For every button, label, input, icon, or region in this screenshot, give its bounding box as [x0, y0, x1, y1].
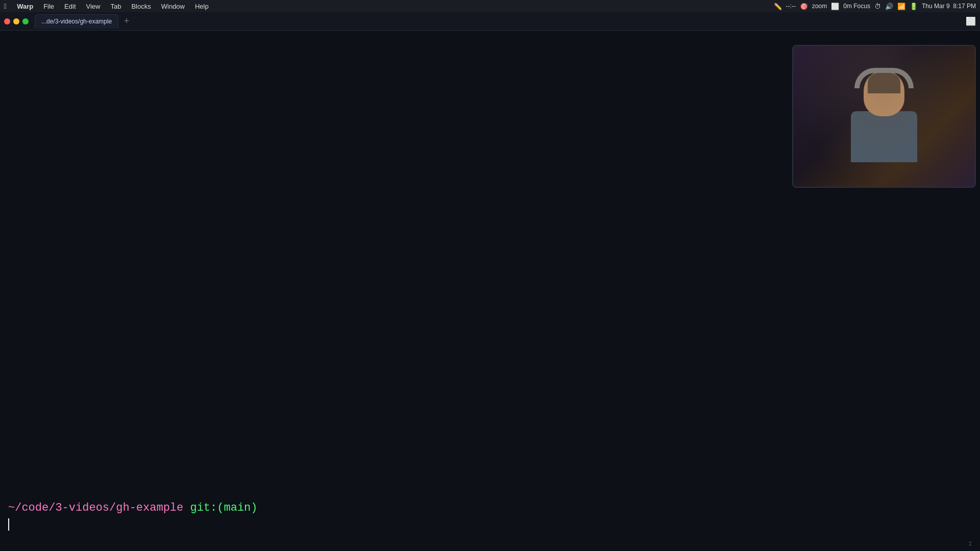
terminal-cursor [8, 518, 9, 531]
webcam-overlay [792, 45, 976, 188]
menu-window[interactable]: Window [159, 3, 187, 10]
window-close-button[interactable] [4, 18, 10, 24]
window-controls [4, 18, 29, 24]
bottom-bar: ⌶ [968, 540, 972, 547]
menu-view[interactable]: View [84, 3, 103, 10]
webcam-feed [793, 46, 975, 187]
menu-edit[interactable]: Edit [62, 3, 78, 10]
zoom-icon: ⬜ [831, 3, 839, 10]
tabbar: ...de/3-videos/gh-example + ⬜ [0, 12, 980, 31]
window-maximize-button[interactable] [22, 18, 29, 24]
prompt-path: ~/code/3-videos/gh-example [8, 502, 183, 514]
status-recording: --:-- [786, 3, 796, 10]
tabbar-right: ⬜ [966, 16, 976, 26]
menu-help[interactable]: Help [193, 3, 211, 10]
tab-add-button[interactable]: + [120, 15, 133, 28]
volume-icon[interactable]: 🔊 [885, 3, 893, 10]
cursor-line[interactable] [8, 518, 972, 531]
menubar:  Warp File Edit View Tab Blocks Window … [0, 0, 980, 12]
terminal-content: ~/code/3-videos/gh-example git:(main) [8, 500, 972, 531]
apple-logo-icon[interactable]:  [4, 2, 7, 10]
focus-icon[interactable]: 🎯 [800, 3, 808, 10]
menubar-left:  Warp File Edit View Tab Blocks Window … [4, 2, 211, 10]
tab-active[interactable]: ...de/3-videos/gh-example [35, 14, 118, 29]
panel-toggle-icon[interactable]: ⬜ [966, 16, 976, 26]
status-datetime: Thu Mar 9 8:17 PM [922, 3, 976, 10]
status-focus-time: 0m Focus [843, 3, 870, 10]
terminal-area[interactable]: ~/code/3-videos/gh-example git:(main) ⌶ [0, 31, 980, 551]
prompt-line: ~/code/3-videos/gh-example git:(main) [8, 500, 972, 516]
menu-tab[interactable]: Tab [108, 3, 123, 10]
wifi-icon[interactable]: 📶 [897, 3, 905, 10]
prompt-git: git:(main) [190, 502, 257, 514]
pen-icon: ✏️ [774, 3, 782, 10]
battery-icon[interactable]: 🔋 [910, 3, 918, 10]
menu-app-name[interactable]: Warp [15, 3, 35, 10]
status-zoom[interactable]: zoom [812, 3, 827, 10]
cursor-position-icon: ⌶ [968, 540, 972, 547]
window-minimize-button[interactable] [13, 18, 19, 24]
menu-file[interactable]: File [41, 3, 56, 10]
focus-timer-icon: ⏱ [874, 3, 881, 10]
tab-label: ...de/3-videos/gh-example [41, 18, 112, 25]
menubar-right: ✏️ --:-- 🎯 zoom ⬜ 0m Focus ⏱ 🔊 📶 🔋 Thu M… [774, 3, 976, 10]
menu-blocks[interactable]: Blocks [129, 3, 153, 10]
